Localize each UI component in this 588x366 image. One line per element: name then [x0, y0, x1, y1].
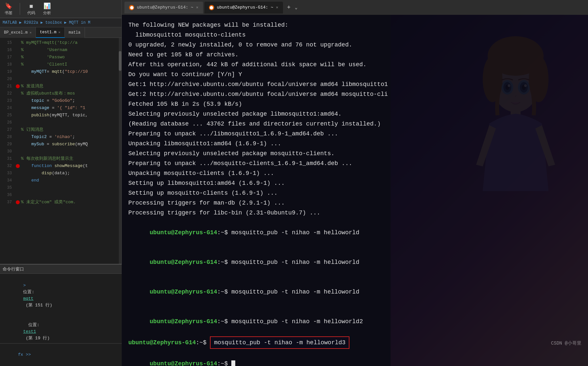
code-line-23: 23 topic = "GoGoGo"; [0, 97, 121, 104]
highlighted-command: mosquitto_pub -t nihao -m helloworld3 [210, 336, 349, 349]
tab-bp-excel[interactable]: BP_excel.m ✕ [0, 27, 36, 38]
term-line-10: Selecting previously unselected package … [128, 109, 581, 119]
code-line-26: 26 [0, 119, 121, 126]
bp-20 [16, 77, 20, 81]
term-line-8: Get:2 http://archive.ubuntu.com/ubuntu f… [128, 89, 581, 99]
bookmark-btn[interactable]: 🔖 书签 [3, 2, 14, 16]
term-line-16: Unpacking mosquitto-clients (1.6.9-1) ..… [128, 168, 581, 178]
bp-37[interactable] [16, 200, 20, 204]
bp-29 [16, 142, 20, 146]
term-line-4: Need to get 105 kB of archives. [128, 50, 581, 60]
bp-18 [16, 63, 20, 67]
terminal-panel: ⬤ ubuntu@Zephyrus-G14: ~ ✕ ⬤ ubuntu@Zeph… [122, 0, 588, 366]
term-line-7: Get:1 http://archive.ubuntu.com/ubuntu f… [128, 79, 581, 89]
code-line-34: 34 end [0, 177, 121, 184]
matlab-toolbar: 🔖 书签 ◼ 代码 📊 分析 [0, 0, 121, 18]
terminal-tab-1-close[interactable]: ✕ [196, 5, 198, 10]
code-btn[interactable]: ◼ 代码 [25, 2, 37, 16]
scrollbar-thumb [119, 51, 121, 71]
new-terminal-btn[interactable]: + [284, 3, 294, 12]
code-label: 代码 [27, 10, 35, 16]
analysis-btn[interactable]: 📊 分析 [41, 2, 53, 16]
bp-27 [16, 128, 20, 132]
bp-36 [16, 193, 20, 197]
analysis-label: 分析 [43, 10, 51, 16]
code-line-17: 17 % 'Passwo [0, 54, 121, 61]
code-line-28: 28 Topic2 = 'nihao'; [0, 133, 121, 141]
term-line-14: Selecting previously unselected package … [128, 149, 581, 158]
cmd-link-test1-19[interactable]: test1 [23, 329, 36, 334]
bp-15 [16, 41, 20, 45]
bp-17 [16, 55, 20, 59]
terminal-tab-bar: ⬤ ubuntu@Zephyrus-G14: ~ ✕ ⬤ ubuntu@Zeph… [122, 0, 588, 15]
code-line-32: 32 function showMessage(t [0, 162, 121, 170]
code-line-33: 33 disp(data); [0, 170, 121, 177]
terminal-chevron[interactable]: ⌄ [295, 5, 297, 10]
bp-32[interactable] [16, 164, 20, 168]
tab-matla-label: matla [69, 30, 81, 35]
tab-test1-label: test1.m [40, 30, 56, 35]
term-cmd-5-highlighted: ubuntu@Zephyrus-G14:~$ mosquitto_pub -t … [128, 336, 581, 349]
term-line-15: Preparing to unpack .../mosquitto-client… [128, 158, 581, 168]
bp-21[interactable] [16, 84, 20, 88]
term-line-13: Unpacking libmosquitto1:amd64 (1.6.9-1) … [128, 139, 581, 149]
term-line-17: Setting up libmosquitto1:amd64 (1.6.9-1)… [128, 178, 581, 188]
bp-19 [16, 70, 20, 74]
matlab-panel: 🔖 书签 ◼ 代码 📊 分析 MATLAB ▶ R2022a ▶ toolbox… [0, 0, 122, 366]
bp-30 [16, 150, 20, 154]
terminal-output[interactable]: The following NEW packages will be insta… [122, 15, 588, 366]
tab-bp-excel-close[interactable]: ✕ [30, 31, 32, 35]
term-cmd-1: ubuntu@Zephyrus-G14:~$ mosquitto_pub -t … [128, 218, 581, 247]
bp-23 [16, 99, 20, 103]
terminal-tab-2[interactable]: ⬤ ubuntu@Zephyrus-G14: ~ ✕ [204, 2, 283, 14]
tab-test1-close[interactable]: ✕ [58, 30, 60, 34]
term-line-2: libmosquitto1 mosquitto-clients [128, 30, 581, 40]
tab-bp-excel-label: BP_excel.m [4, 30, 28, 35]
code-line-30: 30 [0, 148, 121, 155]
editor-tab-bar: BP_excel.m ✕ test1.m ✕ matla [0, 27, 121, 38]
cmd-link-mqtt[interactable]: mqtt [23, 296, 33, 301]
code-icon: ◼ [30, 2, 33, 10]
code-line-36: 36 [0, 191, 121, 199]
terminal-tab-2-label: ubuntu@Zephyrus-G14: ~ [217, 5, 273, 10]
code-line-24: 24 message = '{ "id": "1 [0, 104, 121, 112]
bp-16 [16, 48, 20, 52]
cmd-window-header: 命令行窗口 [0, 265, 122, 274]
term-cmd-2: ubuntu@Zephyrus-G14:~$ mosquitto_pub -t … [128, 247, 581, 277]
code-line-18: 18 % 'ClientI [0, 61, 121, 68]
terminal-tab-2-close[interactable]: ✕ [276, 5, 278, 10]
analysis-icon: 📊 [43, 2, 51, 10]
code-line-21: 21 % 发送消息 [0, 83, 121, 90]
bookmark-icon: 🔖 [5, 2, 12, 10]
bp-26 [16, 121, 20, 125]
terminal-tab-1[interactable]: ⬤ ubuntu@Zephyrus-G14: ~ ✕ [124, 2, 203, 14]
bp-35 [16, 186, 20, 190]
code-line-16: 16 % 'Usernam [0, 46, 121, 54]
term-line-19: Processing triggers for man-db (2.9.1-1)… [128, 198, 581, 208]
term-line-1: The following NEW packages will be insta… [128, 20, 581, 30]
code-line-37: 37 % 未定义"com" 或类"com. [0, 199, 121, 206]
terminal-icon-1: ⬤ [129, 5, 134, 10]
term-line-11: (Reading database ... 43762 files and di… [128, 119, 581, 129]
bookmark-label: 书签 [5, 10, 13, 16]
term-line-18: Setting up mosquitto-clients (1.6.9-1) .… [128, 188, 581, 198]
bp-31 [16, 157, 20, 161]
term-line-9: Fetched 105 kB in 2s (53.9 kB/s) [128, 99, 581, 109]
tab-test1[interactable]: test1.m ✕ [36, 27, 64, 38]
breadcrumb: MATLAB ▶ R2022a ▶ toolbox ▶ MQTT in M [0, 18, 121, 27]
terminal-tab-1-label: ubuntu@Zephyrus-G14: ~ [137, 5, 193, 10]
term-line-6: Do you want to continue? [Y/n] Y [128, 70, 581, 79]
code-line-31: 31 % 每次收到新消息时显示主 [0, 155, 121, 162]
bp-22 [16, 92, 20, 96]
term-cmd-3: ubuntu@Zephyrus-G14:~$ mosquitto_pub -t … [128, 277, 581, 307]
tab-matla[interactable]: matla [65, 27, 85, 38]
term-line-5: After this operation, 442 kB of addition… [128, 60, 581, 70]
watermark: CSDN @小哥里 [551, 340, 581, 346]
term-line-12: Preparing to unpack .../libmosquitto1_1.… [128, 129, 581, 139]
term-cmd-4: ubuntu@Zephyrus-G14:~$ mosquitto_pub -t … [128, 307, 581, 336]
cmd-fx-prompt[interactable]: fx >> [0, 343, 122, 366]
bp-33 [16, 171, 20, 175]
cmd-line-1: > 位置: mqtt (第 151 行) [3, 276, 119, 315]
term-cmd-6: ubuntu@Zephyrus-G14:~$ [128, 349, 581, 366]
term-line-3: 0 upgraded, 2 newly installed, 0 to remo… [128, 40, 581, 50]
